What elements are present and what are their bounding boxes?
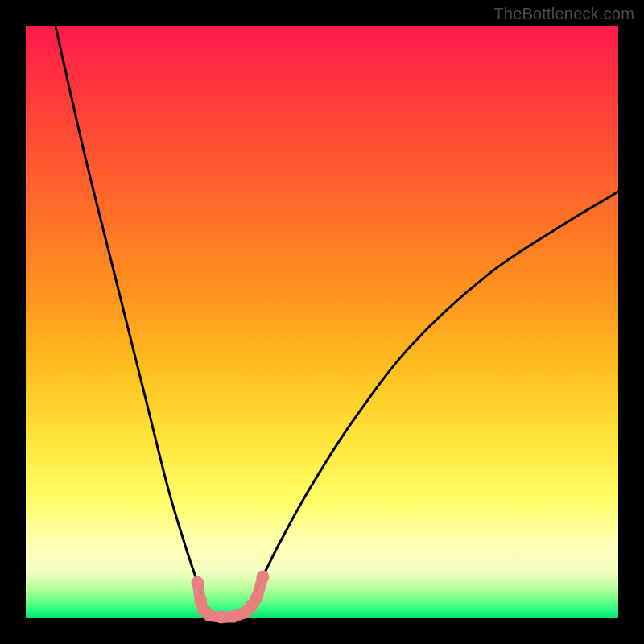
highlight-marker: [203, 609, 216, 621]
chart-frame: TheBottleneck.com: [0, 0, 644, 644]
curve-layer: [26, 26, 618, 618]
plot-area: [26, 26, 618, 618]
left-bottleneck-curve: [56, 26, 221, 618]
highlight-marker: [191, 576, 204, 589]
highlight-marker: [215, 611, 228, 624]
highlight-marker: [227, 610, 240, 623]
watermark-text: TheBottleneck.com: [493, 5, 634, 23]
right-bottleneck-curve: [239, 192, 618, 618]
highlight-marker: [250, 591, 263, 604]
highlighted-points: [191, 570, 269, 623]
highlight-marker: [256, 570, 269, 583]
